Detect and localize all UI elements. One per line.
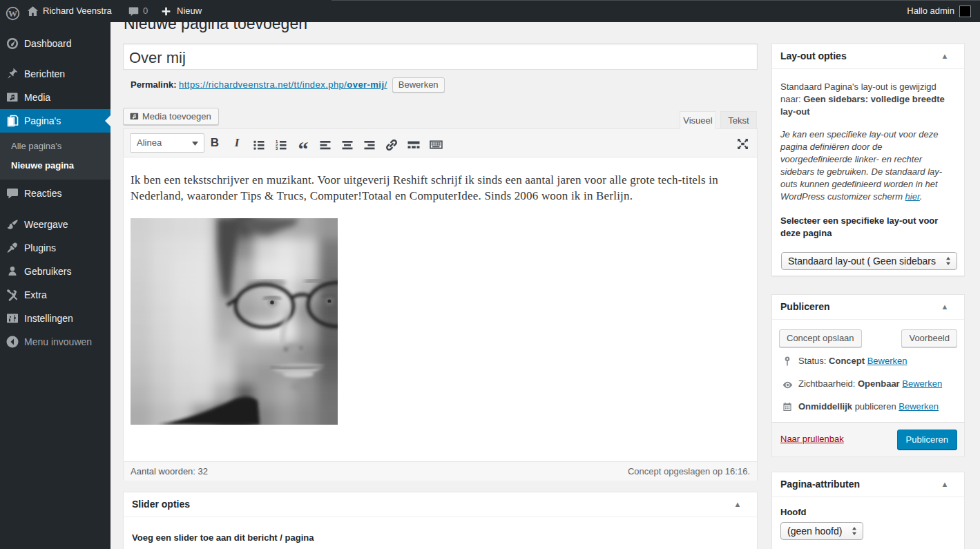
svg-text:3: 3 — [276, 146, 278, 151]
svg-text:W: W — [8, 8, 17, 18]
